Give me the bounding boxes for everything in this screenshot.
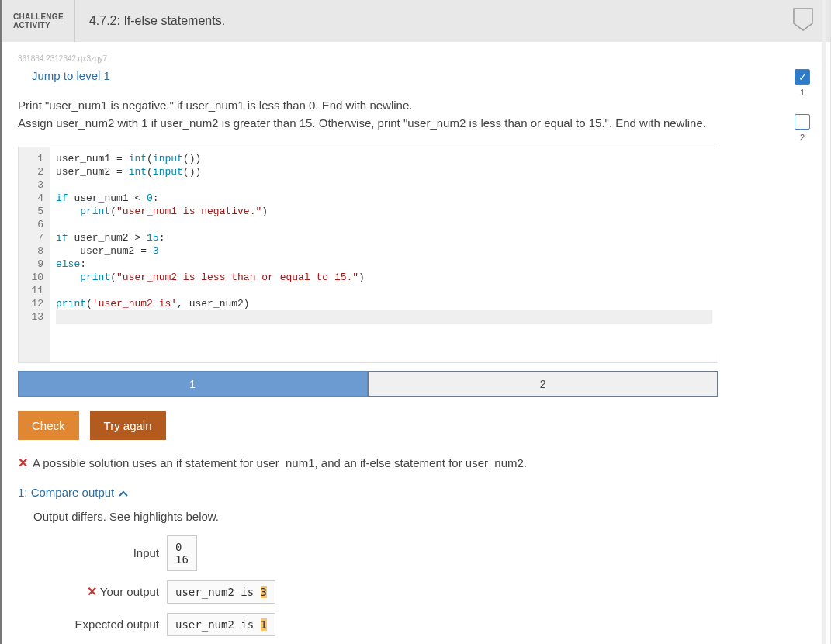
level-square	[795, 114, 810, 130]
feedback-text: A possible solution uses an if statement…	[33, 456, 527, 469]
challenge-badge: CHALLENGE ACTIVITY	[2, 0, 75, 42]
activity-header: CHALLENGE ACTIVITY 4.7.2: If-else statem…	[2, 0, 830, 42]
x-icon: ✕	[18, 455, 28, 470]
shield-icon	[793, 8, 813, 34]
compare-output-header[interactable]: 1: Compare output	[18, 486, 815, 499]
check-button[interactable]: Check	[18, 411, 79, 440]
check-icon: ✓	[795, 69, 810, 85]
your-output-value: user_num2 is 3	[167, 580, 275, 604]
expected-output-value: user_num2 is 1	[167, 613, 275, 636]
x-icon: ✕	[87, 584, 97, 599]
tab-1[interactable]: 1	[18, 371, 368, 397]
tab-2[interactable]: 2	[368, 371, 719, 397]
badge-line2: ACTIVITY	[13, 21, 64, 29]
expected-output-label: Expected output	[33, 618, 167, 631]
instructions: Print "user_num1 is negative." if user_n…	[18, 96, 795, 133]
badge-line1: CHALLENGE	[13, 12, 64, 21]
chevron-up-icon	[119, 486, 128, 499]
your-output-label: Your output	[100, 585, 159, 598]
code-editor[interactable]: 12345678910111213 user_num1 = int(input(…	[18, 147, 718, 363]
output-differs-text: Output differs. See highlights below.	[33, 510, 815, 523]
activity-title: 4.7.2: If-else statements.	[75, 14, 225, 28]
level-indicator-2[interactable]: 2	[795, 114, 810, 142]
testcase-tabs: 1 2	[18, 371, 718, 397]
jump-to-level-link[interactable]: Jump to level 1	[32, 69, 110, 82]
level-indicator-1[interactable]: ✓ 1	[795, 69, 810, 97]
input-label: Input	[33, 546, 167, 559]
input-value: 0 16	[167, 535, 197, 571]
hash-id: 361884.2312342.qx3zqy7	[18, 54, 815, 63]
level-num-2: 2	[800, 133, 805, 142]
io-table: Input 0 16 ✕ Your output user_num2 is 3 …	[33, 535, 815, 636]
compare-title: 1: Compare output	[18, 486, 114, 499]
instruction-line2: Assign user_num2 with 1 if user_num2 is …	[18, 114, 795, 132]
level-num-1: 1	[800, 88, 805, 97]
code-body[interactable]: user_num1 = int(input()) user_num2 = int…	[50, 147, 718, 362]
line-gutter: 12345678910111213	[19, 147, 50, 362]
try-again-button[interactable]: Try again	[90, 411, 166, 440]
instruction-line1: Print "user_num1 is negative." if user_n…	[18, 96, 795, 114]
feedback-message: ✕ A possible solution uses an if stateme…	[18, 455, 815, 470]
